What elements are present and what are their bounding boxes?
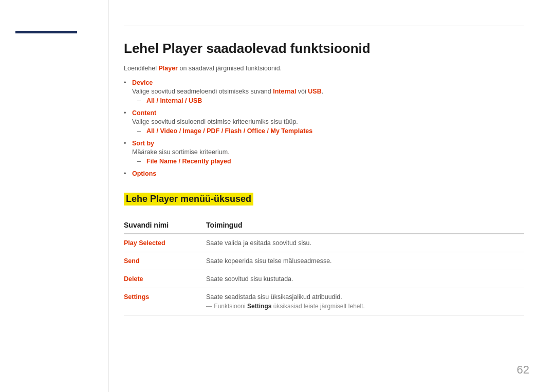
table-row: Delete Saate soovitud sisu kustutada. [124, 270, 524, 288]
sortby-desc: Määrake sisu sortimise kriteerium. [132, 148, 524, 156]
sidebar [0, 0, 108, 392]
feature-list: Device Valige soovitud seadmeloendi otsi… [124, 79, 524, 177]
page-container: Lehel Player saadaolevad funktsioonid Lo… [0, 0, 555, 392]
page-number: 62 [517, 363, 529, 377]
list-item-options: Options [124, 170, 524, 177]
sidebar-bar [15, 31, 77, 33]
top-divider [124, 26, 524, 26]
row4-name: Settings [124, 288, 206, 315]
sortby-sub-item: File Name / Recently played [137, 158, 524, 165]
row4-desc-secondary: — Funktsiooni Settings üksikasiad leiate… [206, 303, 524, 310]
options-title: Options [132, 170, 156, 177]
section2-title: Lehe Player menüü-üksused [124, 193, 253, 206]
intro-player-word: Player [158, 65, 178, 72]
intro-text: Loendilehel Player on saadaval järgmised… [124, 65, 524, 72]
row1-desc: Saate valida ja esitada soovitud sisu. [206, 234, 524, 252]
col2-header: Toimingud [206, 217, 524, 234]
main-content: Lehel Player saadaolevad funktsioonid Lo… [108, 0, 555, 392]
content-options: All / Video / Image / PDF / Flash / Offi… [146, 127, 312, 135]
row3-name: Delete [124, 270, 206, 288]
device-sublist: All / Internal / USB [132, 97, 524, 104]
content-desc: Valige soovitud sisuloendi otsimise krit… [132, 118, 524, 125]
intro-text-after: on saadaval järgmised funktsioonid. [178, 65, 282, 72]
device-options: All / Internal / USB [146, 97, 202, 104]
row3-desc: Saate soovitud sisu kustutada. [206, 270, 524, 288]
sortby-title: Sort by [132, 140, 154, 147]
content-title: Content [132, 109, 156, 117]
table-header: Suvandi nimi Toimingud [124, 217, 524, 234]
row1-name: Play Selected [124, 234, 206, 252]
list-item-sortby: Sort by Määrake sisu sortimise kriteeriu… [124, 140, 524, 165]
list-item-device: Device Valige soovitud seadmeloendi otsi… [124, 79, 524, 104]
table-row: Settings Saate seadistada sisu üksikasja… [124, 288, 524, 315]
sortby-sublist: File Name / Recently played [132, 158, 524, 165]
device-title: Device [132, 79, 153, 86]
page-title: Lehel Player saadaolevad funktsioonid [124, 41, 524, 57]
list-item-content: Content Valige soovitud sisuloendi otsim… [124, 109, 524, 135]
intro-text-before: Loendilehel [124, 65, 158, 72]
row2-name: Send [124, 252, 206, 270]
device-sub-item: All / Internal / USB [137, 97, 524, 104]
features-table: Suvandi nimi Toimingud Play Selected Saa… [124, 217, 524, 315]
content-sub-item: All / Video / Image / PDF / Flash / Offi… [137, 127, 524, 135]
row2-desc: Saate kopeerida sisu teise mäluseadmesse… [206, 252, 524, 270]
device-desc: Valige soovitud seadmeloendi otsimiseks … [132, 88, 524, 95]
table-row: Play Selected Saate valida ja esitada so… [124, 234, 524, 252]
content-sublist: All / Video / Image / PDF / Flash / Offi… [132, 127, 524, 135]
col1-header: Suvandi nimi [124, 217, 206, 234]
table-row: Send Saate kopeerida sisu teise mälusead… [124, 252, 524, 270]
row4-desc: Saate seadistada sisu üksikasjalikud atr… [206, 288, 524, 315]
sortby-options: File Name / Recently played [146, 158, 231, 165]
